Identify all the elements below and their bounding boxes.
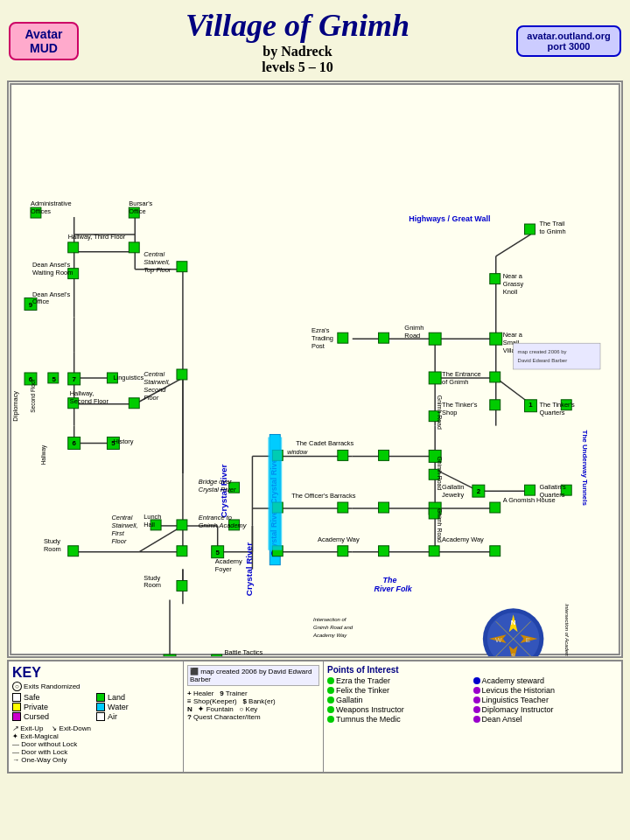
- svg-rect-90: [177, 262, 187, 272]
- svg-text:Hall: Hall: [144, 521, 155, 528]
- svg-rect-113: [525, 224, 536, 234]
- svg-text:Stairwell,: Stairwell,: [144, 378, 170, 386]
- svg-rect-100: [177, 520, 187, 530]
- svg-text:Hallway, Third Floor: Hallway, Third Floor: [68, 233, 126, 241]
- legend-land: Land: [96, 693, 179, 702]
- svg-text:Academy Way: Academy Way: [318, 536, 360, 543]
- svg-text:Battle Tactics: Battle Tactics: [225, 648, 263, 656]
- svg-rect-270: [268, 438, 282, 550]
- legend-poi: Points of Interest Ezra the Trader Acade…: [324, 662, 621, 772]
- poi-gallatin: Gallatin: [327, 696, 472, 704]
- svg-text:Study: Study: [44, 537, 60, 545]
- svg-text:The Officer's Barracks: The Officer's Barracks: [291, 492, 355, 500]
- svg-rect-121: [379, 450, 389, 460]
- poi-dean: Dean Ansel: [473, 715, 619, 724]
- svg-text:First: First: [111, 529, 124, 537]
- svg-rect-136: [164, 654, 176, 656]
- svg-text:Entrance to: Entrance to: [199, 514, 232, 522]
- svg-text:Dean Ansel's: Dean Ansel's: [32, 290, 70, 298]
- svg-text:Trading: Trading: [312, 334, 333, 342]
- svg-text:of Gnimh: of Gnimh: [442, 378, 468, 386]
- svg-rect-107: [177, 581, 187, 592]
- svg-text:Highways / Great Wall: Highways / Great Wall: [409, 214, 490, 223]
- svg-rect-130: [490, 502, 500, 513]
- svg-text:5: 5: [215, 549, 220, 556]
- poi-title: Points of Interest: [327, 665, 618, 675]
- svg-text:6: 6: [72, 439, 76, 447]
- svg-text:Near a: Near a: [503, 272, 523, 280]
- svg-text:Second: Second: [144, 386, 166, 394]
- svg-rect-103: [177, 546, 187, 556]
- poi-diplomacy: Diplomacy Instructor: [473, 705, 619, 714]
- svg-text:Office: Office: [32, 298, 49, 305]
- legend-air: Air: [96, 712, 179, 721]
- svg-rect-110: [429, 332, 441, 345]
- svg-text:Central: Central: [144, 250, 164, 258]
- poi-grid: Ezra the Trader Academy steward Felix th…: [327, 676, 618, 724]
- svg-text:The: The: [383, 576, 397, 584]
- svg-text:The Cadet Barracks: The Cadet Barracks: [296, 439, 354, 447]
- legend-safe: Safe: [12, 693, 95, 702]
- svg-text:Gnimh Road and: Gnimh Road and: [313, 625, 354, 630]
- svg-text:River Folk: River Folk: [374, 584, 413, 593]
- svg-text:N: N: [511, 619, 516, 626]
- svg-text:Floor: Floor: [144, 394, 158, 402]
- svg-text:Bursar's: Bursar's: [129, 200, 152, 207]
- svg-text:Floor: Floor: [111, 537, 126, 545]
- svg-text:Hallway,: Hallway,: [70, 389, 94, 397]
- poi-tumnus: Tumnus the Medic: [327, 715, 472, 724]
- svg-rect-109: [379, 332, 389, 343]
- svg-text:Hallway: Hallway: [40, 444, 47, 465]
- svg-text:Second Floor: Second Floor: [70, 397, 109, 405]
- svg-text:The Tinker's: The Tinker's: [539, 401, 575, 409]
- svg-rect-133: [379, 546, 389, 556]
- svg-rect-116: [490, 400, 500, 410]
- svg-text:window: window: [287, 449, 308, 455]
- svg-text:Near a: Near a: [503, 331, 523, 339]
- poi-weapons: Weapons Instructor: [327, 705, 472, 714]
- svg-rect-108: [338, 332, 348, 343]
- svg-rect-132: [338, 546, 348, 556]
- svg-rect-96: [129, 398, 139, 409]
- svg-text:Lunch: Lunch: [144, 513, 161, 521]
- svg-rect-267: [514, 343, 600, 369]
- svg-text:Academy Way: Academy Way: [312, 633, 347, 638]
- svg-text:Gnimh Road: Gnimh Road: [437, 508, 443, 542]
- svg-rect-102: [68, 546, 79, 556]
- svg-text:Gnimh Road: Gnimh Road: [437, 456, 443, 490]
- svg-text:2: 2: [477, 487, 481, 495]
- svg-text:Jewelry: Jewelry: [442, 491, 464, 499]
- svg-text:History: History: [113, 438, 133, 445]
- svg-text:Academy Way: Academy Way: [442, 536, 484, 543]
- svg-text:Ezra's: Ezra's: [312, 326, 330, 334]
- svg-rect-124: [525, 485, 536, 495]
- svg-text:W: W: [495, 636, 502, 644]
- svg-text:David Edward Barber: David Edward Barber: [518, 358, 568, 363]
- svg-rect-135: [490, 546, 500, 556]
- map-credit: ⬛ map created 2006 by David Edward Barbe…: [187, 665, 319, 686]
- svg-rect-120: [338, 450, 348, 460]
- map-svg: Crystal River Crystal River Crystal Rive…: [9, 82, 621, 656]
- svg-text:Shop: Shop: [442, 409, 457, 416]
- svg-text:Offices: Offices: [31, 207, 51, 215]
- svg-text:Gallatin: Gallatin: [442, 483, 464, 491]
- svg-text:Knoll: Knoll: [503, 288, 518, 296]
- poi-ezra: Ezra the Trader: [327, 676, 472, 685]
- exits-randomized: ○ Exits Randomized: [12, 682, 179, 690]
- key-title: KEY: [12, 665, 179, 681]
- server-badge: avatar.outland.org port 3000: [516, 25, 621, 57]
- svg-text:to Gnimh: to Gnimh: [539, 228, 565, 235]
- svg-rect-112: [490, 332, 502, 345]
- svg-rect-127: [338, 502, 348, 513]
- svg-rect-86: [129, 242, 139, 253]
- svg-text:Gnimh Road: Gnimh Road: [437, 396, 443, 430]
- svg-text:Gnimh: Gnimh: [404, 324, 424, 332]
- legend-exits: ↗ Exit-Up ↘ Exit-Down ✦ Exit-Magical — D…: [12, 724, 179, 764]
- svg-text:Top Floor: Top Floor: [144, 266, 172, 274]
- svg-text:Central: Central: [144, 370, 164, 378]
- page-levels: levels 5 – 10: [186, 60, 410, 75]
- svg-rect-137: [212, 654, 222, 656]
- svg-text:Stairwell,: Stairwell,: [144, 258, 170, 266]
- svg-text:Intersection of: Intersection of: [313, 617, 347, 622]
- svg-text:Central: Central: [111, 514, 132, 522]
